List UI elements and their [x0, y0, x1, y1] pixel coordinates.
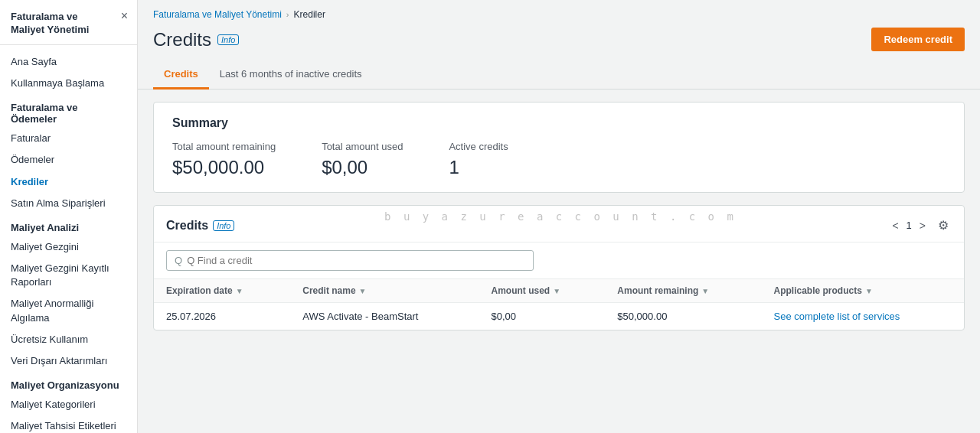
summary-metric-label: Active credits [449, 141, 508, 152]
search-icon: Q [175, 255, 182, 266]
table-header-4[interactable]: Applicable products▼ [762, 279, 964, 303]
summary-metric-value: 1 [449, 157, 508, 178]
expiration-date-cell: 25.07.2026 [154, 303, 290, 330]
sidebar-item[interactable]: Maliyet Kategorileri [0, 394, 137, 415]
sidebar: Faturalama ve Maliyet Yönetimi × Ana Say… [0, 0, 138, 433]
amount-remaining-cell: $50,000.00 [605, 303, 761, 330]
credits-card: Credits Info < 1 > ⚙ Q [153, 205, 965, 330]
pagination-next-button[interactable]: > [916, 218, 929, 233]
summary-title: Summary [172, 116, 946, 130]
search-wrapper: Q [166, 250, 534, 271]
sidebar-item[interactable]: Maliyet Tahsisi Etiketleri [0, 415, 137, 433]
sidebar-section-header: Faturalama ve Ödemeler [0, 94, 137, 128]
summary-metric-1: Total amount used$0,00 [322, 141, 403, 178]
pagination-prev-button[interactable]: < [889, 218, 901, 233]
breadcrumb: Faturalama ve Maliyet Yönetimi › Kredile… [138, 0, 980, 24]
sidebar-item[interactable]: Maliyet Gezgini [0, 236, 137, 258]
page-header: Credits Info Redeem credit [138, 24, 980, 60]
credits-table-body: 25.07.2026AWS Activate - BeamStart$0,00$… [154, 303, 964, 330]
breadcrumb-current: Krediler [294, 9, 325, 20]
summary-metric-value: $50,000.00 [172, 157, 276, 178]
summary-metrics: Total amount remaining$50,000.00Total am… [172, 141, 946, 178]
pagination-page: 1 [906, 220, 912, 231]
table-row: 25.07.2026AWS Activate - BeamStart$0,00$… [154, 303, 964, 330]
sidebar-item[interactable]: Ücretsiz Kullanım [0, 329, 137, 350]
sidebar-section-header: Maliyet Organizasyonu [0, 372, 137, 394]
summary-metric-0: Total amount remaining$50,000.00 [172, 141, 276, 178]
tab-item-0[interactable]: Credits [153, 60, 209, 90]
sort-icon: ▼ [236, 287, 243, 295]
credits-table: Expiration date▼Credit name▼Amount used▼… [154, 278, 964, 330]
sort-icon: ▼ [701, 287, 709, 295]
sort-icon: ▼ [865, 287, 873, 295]
summary-card: Summary Total amount remaining$50,000.00… [153, 102, 965, 193]
sidebar-item[interactable]: Ana Sayfa [0, 51, 137, 73]
sidebar-header: Faturalama ve Maliyet Yönetimi × [0, 0, 137, 45]
table-header-0[interactable]: Expiration date▼ [154, 279, 290, 303]
tabs-bar: CreditsLast 6 months of inactive credits [138, 60, 980, 90]
settings-button[interactable]: ⚙ [935, 216, 952, 234]
breadcrumb-parent-link[interactable]: Faturalama ve Maliyet Yönetimi [153, 9, 282, 20]
summary-metric-value: $0,00 [322, 157, 403, 178]
table-header-3[interactable]: Amount remaining▼ [605, 279, 761, 303]
summary-metric-2: Active credits1 [449, 141, 508, 178]
content-area: Summary Total amount remaining$50,000.00… [138, 90, 980, 343]
sidebar-title: Faturalama ve Maliyet Yönetimi [11, 11, 89, 37]
summary-metric-label: Total amount used [322, 141, 403, 152]
credits-table-head: Expiration date▼Credit name▼Amount used▼… [154, 279, 964, 303]
search-input[interactable] [187, 255, 525, 266]
applicable-products-link[interactable]: See complete list of services [774, 311, 900, 322]
main-content: Faturalama ve Maliyet Yönetimi › Kredile… [138, 0, 980, 433]
page-title-row: Credits Info [153, 29, 239, 50]
tab-item-1[interactable]: Last 6 months of inactive credits [209, 60, 373, 90]
sidebar-item[interactable]: Faturalar [0, 128, 137, 149]
table-header-2[interactable]: Amount used▼ [479, 279, 606, 303]
sidebar-item[interactable]: Maliyet Anormalliği Algılama [0, 293, 137, 328]
sidebar-item[interactable]: Satın Alma Siparişleri [0, 193, 137, 214]
amount-used-cell: $0,00 [479, 303, 606, 330]
sort-icon: ▼ [553, 287, 560, 295]
credits-card-title: Credits [166, 219, 208, 233]
sort-icon: ▼ [359, 287, 367, 295]
sidebar-item[interactable]: Krediler [0, 171, 137, 193]
page-title: Credits [153, 29, 211, 50]
credits-card-header: Credits Info < 1 > ⚙ [154, 206, 964, 243]
breadcrumb-separator: › [286, 10, 289, 19]
redeem-credit-button[interactable]: Redeem credit [871, 28, 965, 51]
sidebar-section-header: Maliyet Analizi [0, 214, 137, 236]
search-row: Q [154, 243, 964, 278]
pagination: < 1 > [889, 218, 929, 233]
credits-card-title-row: Credits Info [166, 219, 234, 233]
sidebar-nav: Ana SayfaKullanmaya BaşlamaFaturalama ve… [0, 45, 137, 433]
credits-info-badge[interactable]: Info [213, 220, 234, 231]
close-button[interactable]: × [121, 9, 128, 23]
credit-name-cell: AWS Activate - BeamStart [290, 303, 479, 330]
credits-table-header-row: Expiration date▼Credit name▼Amount used▼… [154, 279, 964, 303]
page-info-badge[interactable]: Info [217, 34, 239, 45]
summary-metric-label: Total amount remaining [172, 141, 276, 152]
applicable-products-cell: See complete list of services [762, 303, 964, 330]
table-header-1[interactable]: Credit name▼ [290, 279, 479, 303]
sidebar-item[interactable]: Maliyet Gezgini Kayıtlı Raporları [0, 258, 137, 293]
sidebar-item[interactable]: Ödemeler [0, 149, 137, 171]
sidebar-item[interactable]: Kullanmaya Başlama [0, 73, 137, 94]
sidebar-item[interactable]: Veri Dışarı Aktarımları [0, 350, 137, 372]
